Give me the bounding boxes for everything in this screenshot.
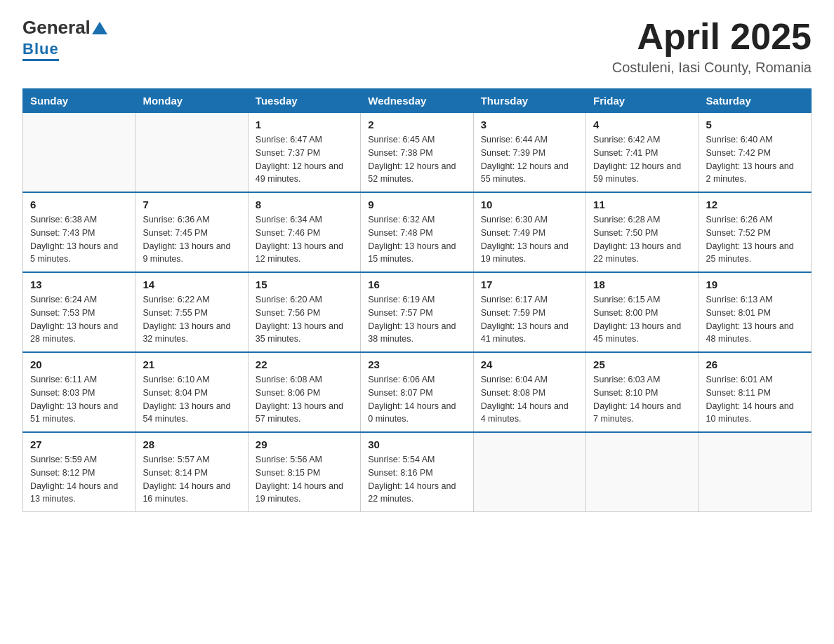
calendar-day-cell (699, 432, 811, 512)
day-number: 27 (30, 438, 128, 450)
calendar-day-cell: 18Sunrise: 6:15 AMSunset: 8:00 PMDayligh… (586, 272, 699, 352)
day-info: Sunrise: 6:40 AMSunset: 7:42 PMDaylight:… (706, 133, 804, 186)
day-number: 17 (481, 279, 578, 290)
day-info: Sunrise: 6:28 AMSunset: 7:50 PMDaylight:… (593, 213, 691, 266)
day-info: Sunrise: 5:59 AMSunset: 8:12 PMDaylight:… (30, 453, 128, 506)
day-number: 8 (256, 199, 353, 210)
day-number: 12 (706, 199, 804, 210)
logo-blue-text: Blue (22, 40, 59, 58)
calendar-title: April 2025 (612, 17, 812, 57)
logo: General Blue (22, 17, 107, 61)
calendar-day-cell: 19Sunrise: 6:13 AMSunset: 8:01 PMDayligh… (699, 272, 811, 352)
calendar-day-cell: 13Sunrise: 6:24 AMSunset: 7:53 PMDayligh… (23, 272, 135, 352)
col-thursday: Thursday (473, 89, 585, 113)
day-number: 24 (481, 358, 578, 370)
day-number: 7 (143, 199, 240, 210)
day-number: 11 (593, 199, 691, 210)
calendar-day-cell: 15Sunrise: 6:20 AMSunset: 7:56 PMDayligh… (248, 272, 360, 352)
day-number: 23 (368, 358, 465, 370)
calendar-day-cell: 25Sunrise: 6:03 AMSunset: 8:10 PMDayligh… (586, 352, 699, 432)
calendar-title-block: April 2025 Costuleni, Iasi County, Roman… (612, 17, 812, 76)
day-info: Sunrise: 6:34 AMSunset: 7:46 PMDaylight:… (256, 213, 353, 266)
calendar-header-row: Sunday Monday Tuesday Wednesday Thursday… (23, 89, 812, 113)
col-wednesday: Wednesday (361, 89, 473, 113)
calendar-day-cell: 7Sunrise: 6:36 AMSunset: 7:45 PMDaylight… (135, 192, 248, 272)
day-number: 26 (706, 358, 804, 370)
calendar-day-cell: 20Sunrise: 6:11 AMSunset: 8:03 PMDayligh… (23, 352, 135, 432)
page-header: General Blue April 2025 Costuleni, Iasi … (22, 17, 812, 76)
day-info: Sunrise: 5:56 AMSunset: 8:15 PMDaylight:… (256, 453, 353, 506)
day-number: 30 (368, 438, 465, 450)
day-number: 4 (593, 119, 691, 130)
day-number: 10 (481, 199, 578, 210)
col-tuesday: Tuesday (248, 89, 360, 113)
day-info: Sunrise: 6:26 AMSunset: 7:52 PMDaylight:… (706, 213, 804, 266)
day-info: Sunrise: 6:42 AMSunset: 7:41 PMDaylight:… (593, 133, 691, 186)
col-sunday: Sunday (23, 89, 135, 113)
calendar-day-cell: 14Sunrise: 6:22 AMSunset: 7:55 PMDayligh… (135, 272, 248, 352)
calendar-week-row: 13Sunrise: 6:24 AMSunset: 7:53 PMDayligh… (23, 272, 812, 352)
day-info: Sunrise: 6:38 AMSunset: 7:43 PMDaylight:… (30, 213, 128, 266)
day-info: Sunrise: 6:13 AMSunset: 8:01 PMDaylight:… (706, 293, 804, 346)
day-info: Sunrise: 5:57 AMSunset: 8:14 PMDaylight:… (143, 453, 240, 506)
day-info: Sunrise: 6:24 AMSunset: 7:53 PMDaylight:… (30, 293, 128, 346)
calendar-day-cell: 5Sunrise: 6:40 AMSunset: 7:42 PMDaylight… (699, 113, 811, 193)
day-number: 9 (368, 199, 465, 210)
day-info: Sunrise: 6:36 AMSunset: 7:45 PMDaylight:… (143, 213, 240, 266)
calendar-table: Sunday Monday Tuesday Wednesday Thursday… (22, 88, 812, 512)
calendar-day-cell: 16Sunrise: 6:19 AMSunset: 7:57 PMDayligh… (361, 272, 473, 352)
calendar-day-cell: 29Sunrise: 5:56 AMSunset: 8:15 PMDayligh… (248, 432, 360, 512)
calendar-day-cell (135, 113, 248, 193)
calendar-day-cell: 17Sunrise: 6:17 AMSunset: 7:59 PMDayligh… (473, 272, 585, 352)
day-number: 22 (256, 358, 353, 370)
day-number: 13 (30, 279, 128, 290)
calendar-day-cell: 9Sunrise: 6:32 AMSunset: 7:48 PMDaylight… (361, 192, 473, 272)
day-info: Sunrise: 6:06 AMSunset: 8:07 PMDaylight:… (368, 373, 465, 426)
day-info: Sunrise: 6:22 AMSunset: 7:55 PMDaylight:… (143, 293, 240, 346)
day-number: 19 (706, 279, 804, 290)
calendar-day-cell: 8Sunrise: 6:34 AMSunset: 7:46 PMDaylight… (248, 192, 360, 272)
calendar-day-cell: 12Sunrise: 6:26 AMSunset: 7:52 PMDayligh… (699, 192, 811, 272)
logo-general-text: General (22, 17, 91, 39)
svg-marker-0 (92, 22, 107, 34)
day-number: 5 (706, 119, 804, 130)
calendar-day-cell: 10Sunrise: 6:30 AMSunset: 7:49 PMDayligh… (473, 192, 585, 272)
day-info: Sunrise: 6:10 AMSunset: 8:04 PMDaylight:… (143, 373, 240, 426)
day-info: Sunrise: 6:17 AMSunset: 7:59 PMDaylight:… (481, 293, 578, 346)
day-number: 28 (143, 438, 240, 450)
day-info: Sunrise: 5:54 AMSunset: 8:16 PMDaylight:… (368, 453, 465, 506)
col-friday: Friday (586, 89, 699, 113)
calendar-week-row: 6Sunrise: 6:38 AMSunset: 7:43 PMDaylight… (23, 192, 812, 272)
day-number: 18 (593, 279, 691, 290)
calendar-day-cell: 27Sunrise: 5:59 AMSunset: 8:12 PMDayligh… (23, 432, 135, 512)
calendar-day-cell: 28Sunrise: 5:57 AMSunset: 8:14 PMDayligh… (135, 432, 248, 512)
calendar-day-cell: 22Sunrise: 6:08 AMSunset: 8:06 PMDayligh… (248, 352, 360, 432)
calendar-week-row: 1Sunrise: 6:47 AMSunset: 7:37 PMDaylight… (23, 113, 812, 193)
calendar-day-cell: 26Sunrise: 6:01 AMSunset: 8:11 PMDayligh… (699, 352, 811, 432)
day-info: Sunrise: 6:19 AMSunset: 7:57 PMDaylight:… (368, 293, 465, 346)
logo-triangle-icon (92, 20, 107, 36)
day-info: Sunrise: 6:20 AMSunset: 7:56 PMDaylight:… (256, 293, 353, 346)
day-number: 2 (368, 119, 465, 130)
calendar-day-cell: 11Sunrise: 6:28 AMSunset: 7:50 PMDayligh… (586, 192, 699, 272)
col-monday: Monday (135, 89, 248, 113)
day-number: 21 (143, 358, 240, 370)
day-info: Sunrise: 6:04 AMSunset: 8:08 PMDaylight:… (481, 373, 578, 426)
day-number: 16 (368, 279, 465, 290)
calendar-day-cell: 6Sunrise: 6:38 AMSunset: 7:43 PMDaylight… (23, 192, 135, 272)
day-info: Sunrise: 6:30 AMSunset: 7:49 PMDaylight:… (481, 213, 578, 266)
col-saturday: Saturday (699, 89, 811, 113)
day-info: Sunrise: 6:08 AMSunset: 8:06 PMDaylight:… (256, 373, 353, 426)
day-number: 20 (30, 358, 128, 370)
day-number: 3 (481, 119, 578, 130)
day-number: 6 (30, 199, 128, 210)
day-number: 25 (593, 358, 691, 370)
calendar-day-cell: 21Sunrise: 6:10 AMSunset: 8:04 PMDayligh… (135, 352, 248, 432)
calendar-subtitle: Costuleni, Iasi County, Romania (612, 60, 812, 76)
calendar-day-cell (473, 432, 585, 512)
day-number: 1 (256, 119, 353, 130)
calendar-day-cell (23, 113, 135, 193)
calendar-day-cell: 4Sunrise: 6:42 AMSunset: 7:41 PMDaylight… (586, 113, 699, 193)
day-info: Sunrise: 6:47 AMSunset: 7:37 PMDaylight:… (256, 133, 353, 186)
day-number: 15 (256, 279, 353, 290)
